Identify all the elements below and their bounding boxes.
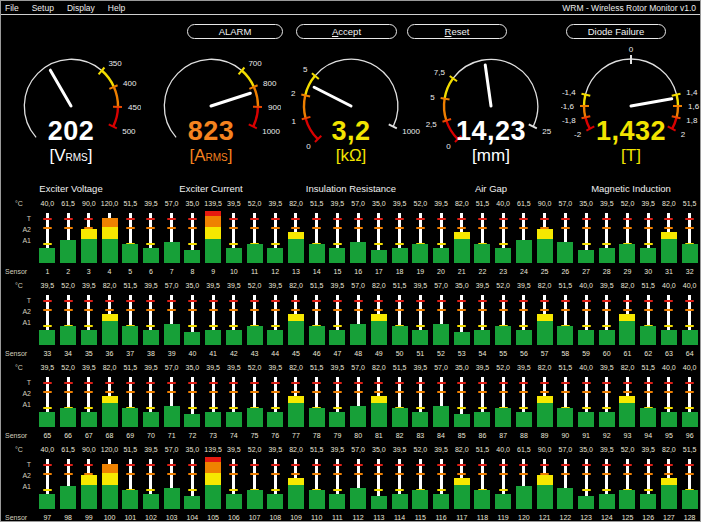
alarm-tick	[229, 300, 238, 302]
sensor-column	[638, 207, 659, 264]
alarm-tick	[582, 489, 591, 491]
temp-value: 51,5	[306, 446, 327, 453]
alarm-tick	[312, 464, 321, 466]
sensor-number: 1	[37, 268, 58, 275]
bar-segment	[350, 406, 366, 427]
bar-segment	[205, 227, 221, 238]
bar-segment	[599, 494, 615, 509]
alarm-tick	[312, 309, 321, 311]
bar-segment	[371, 496, 387, 509]
temp-value: 120,0	[99, 446, 120, 453]
bar-segment	[454, 478, 470, 484]
temp-value: 82,0	[617, 364, 638, 371]
sensor-column	[638, 289, 659, 346]
sensor-column	[306, 453, 327, 510]
sensor-number: 32	[679, 268, 700, 275]
temp-value: 61,5	[514, 200, 535, 207]
bar-segment	[682, 244, 698, 263]
alarm-tick	[250, 464, 259, 466]
bar-segment	[288, 232, 304, 238]
alarm-tick	[416, 309, 425, 311]
sensor-number: 39	[161, 350, 182, 357]
alarm-tick	[43, 218, 52, 220]
sensor-number: 56	[514, 350, 535, 357]
alarm-tick	[146, 489, 155, 491]
gauge-unit: [kΩ]	[281, 146, 421, 166]
alarm-tick	[229, 227, 238, 229]
alarm-tick	[333, 325, 342, 327]
gauge-exciter-current: 7008009001000823[ARMS]Exciter Current	[141, 46, 281, 196]
alarm-tick	[519, 325, 528, 327]
sensor-number: 50	[389, 350, 410, 357]
sensor-number: 76	[265, 432, 286, 439]
alarm-tick	[250, 391, 259, 393]
sensor-number: 26	[555, 268, 576, 275]
alarm-tick	[602, 464, 611, 466]
menu-item-help[interactable]: Help	[108, 3, 125, 13]
sensor-column	[596, 207, 617, 264]
sensor-column	[514, 289, 535, 346]
threshold-label-t: T	[27, 379, 31, 386]
diode-failure-button[interactable]: Diode Failure	[566, 24, 666, 39]
alarm-tick	[478, 464, 487, 466]
accept-button[interactable]: Accept	[296, 24, 397, 39]
sensor-number: 104	[182, 514, 203, 521]
sensor-number: 83	[410, 432, 431, 439]
alarm-tick	[664, 218, 673, 220]
temp-value: 35,0	[576, 446, 597, 453]
sensor-number: 87	[493, 432, 514, 439]
bar-segment	[226, 248, 242, 263]
alarm-tick	[561, 218, 570, 220]
sensor-column	[596, 289, 617, 346]
temp-value: 39,5	[203, 364, 224, 371]
alarm-tick	[64, 309, 73, 311]
threshold-label-t: T	[27, 215, 31, 222]
alarm-tick	[146, 309, 155, 311]
sensor-number: 60	[596, 350, 617, 357]
svg-text:7,5: 7,5	[434, 68, 446, 77]
alarm-tick	[84, 391, 93, 393]
temp-value: 39,5	[141, 446, 162, 453]
svg-text:1,6: 1,6	[688, 102, 700, 111]
temp-value: 51,5	[120, 446, 141, 453]
sensor-number: 12	[265, 268, 286, 275]
alarm-tick	[291, 473, 300, 475]
sensor-number: 79	[327, 432, 348, 439]
alarm-tick	[602, 218, 611, 220]
temp-value: 52,0	[410, 446, 431, 453]
sensor-number: 2	[58, 268, 79, 275]
bar-segment	[184, 414, 200, 427]
bar-segment	[412, 244, 428, 264]
sensor-number: 55	[493, 350, 514, 357]
temp-value: 52,0	[493, 364, 514, 371]
alarm-tick	[499, 218, 508, 220]
alarm-button[interactable]: ALARM	[187, 24, 283, 39]
bar-segment	[537, 475, 553, 484]
sensor-number: 57	[534, 350, 555, 357]
alarm-tick	[499, 227, 508, 229]
alarm-tick	[126, 218, 135, 220]
temp-value: 82,0	[99, 364, 120, 371]
alarm-tick	[229, 489, 238, 491]
menu-item-display[interactable]: Display	[67, 3, 95, 13]
temp-value: 39,5	[265, 200, 286, 207]
temp-value: 51,5	[472, 200, 493, 207]
alarm-tick	[602, 391, 611, 393]
alarm-tick	[664, 407, 673, 409]
reset-button[interactable]: Reset	[407, 24, 507, 39]
bar-segment	[39, 494, 55, 509]
alarm-tick	[167, 464, 176, 466]
alarm-tick	[250, 309, 259, 311]
sensor-column	[369, 371, 390, 428]
sensor-number: 7	[161, 268, 182, 275]
alarm-tick	[478, 309, 487, 311]
sensor-number: 118	[472, 514, 493, 521]
sensor-column	[659, 207, 680, 264]
menu-item-setup[interactable]: Setup	[32, 3, 54, 13]
alarm-tick	[685, 382, 694, 384]
menu-item-file[interactable]: File	[5, 3, 19, 13]
bar-segment	[371, 250, 387, 263]
alarm-tick	[271, 227, 280, 229]
svg-text:-1,4: -1,4	[562, 88, 576, 97]
sensor-column	[617, 371, 638, 428]
